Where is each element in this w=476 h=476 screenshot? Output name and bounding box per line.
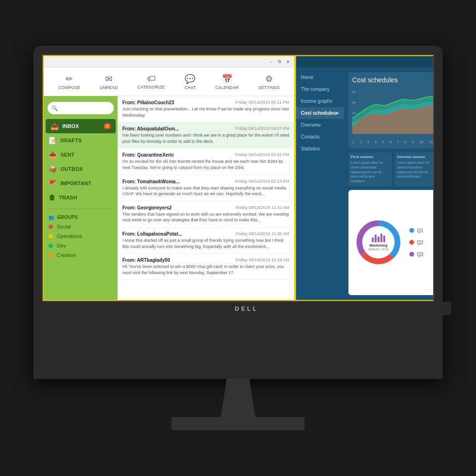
unread-icon: ✉ xyxy=(105,74,112,84)
chart-area: 60 40 20 0 xyxy=(352,87,434,139)
group-social[interactable]: Social xyxy=(44,222,118,231)
email-sidebar: 🔍 📥 INBOX 2 📝 DRAFTS � xyxy=(44,96,118,300)
calendar-button[interactable]: 📅 CALENDAR xyxy=(215,74,238,90)
settings-label: SETTINGS xyxy=(258,85,279,90)
trash-label: TRASH xyxy=(59,195,77,200)
q3-label: Q3 xyxy=(417,252,426,257)
seasons-section: First season Lorem ipsum dolor sit amet … xyxy=(348,152,434,186)
dash-nav-cost-chevron: ▶ xyxy=(336,111,339,115)
outbox-label: OUTBOX xyxy=(60,166,83,172)
minimize-button[interactable]: − xyxy=(268,59,274,65)
calendar-icon: 📅 xyxy=(222,74,232,84)
unread-button[interactable]: ✉ UNREAD xyxy=(100,74,118,90)
q2-dot xyxy=(409,240,414,245)
season-first-title: First season xyxy=(351,155,389,159)
sent-label: SENT xyxy=(60,152,74,158)
email-item[interactable]: From: PillalooCouch23 Friday 09/14/2019 … xyxy=(118,96,294,122)
svg-text:60: 60 xyxy=(352,90,356,94)
monitor: − ⧉ ✕ ✏ COMPOSE ✉ UNREAD 🏷 xyxy=(33,46,443,430)
sidebar-item-inbox[interactable]: 📥 INBOX 2 xyxy=(46,119,116,133)
group-creative[interactable]: Creative xyxy=(44,250,118,260)
email-preview: Just checking on that presentation... Le… xyxy=(122,106,289,118)
q1-label: Q1 xyxy=(417,228,426,233)
email-from: From: ARTbaglady00 xyxy=(122,258,170,263)
drafts-label: DRAFTS xyxy=(60,138,82,143)
dash-nav-company[interactable]: The company xyxy=(296,83,344,95)
dashboard-app: − ⧉ ✕ Home The company Income gra xyxy=(295,55,434,301)
dash-nav-income[interactable]: Income graphs xyxy=(296,95,344,107)
email-date: Friday 09/14/2019 10:18 AM xyxy=(236,258,289,263)
dash-nav-statistics[interactable]: Statistics xyxy=(296,143,344,155)
group-operations[interactable]: Operations xyxy=(44,231,118,241)
dash-nav-home[interactable]: Home xyxy=(296,71,344,83)
email-item[interactable]: From: QuarantineXeric Friday 09/14/2019 … xyxy=(118,149,294,175)
categorize-label: CATEGORIZE xyxy=(138,85,165,89)
dash-nav-cost-label: Cost schedules xyxy=(301,110,336,116)
dash-nav-contacts[interactable]: Contacts xyxy=(296,131,344,143)
group-dev[interactable]: Dev xyxy=(44,241,118,250)
inbox-icon: 📥 xyxy=(50,122,59,130)
email-from: From: AbsquatulatOsm... xyxy=(122,126,179,131)
groups-people-icon: 👥 xyxy=(49,215,54,220)
email-preview: I've been looking over numbers and I thi… xyxy=(122,132,289,144)
svg-text:20: 20 xyxy=(352,111,356,115)
email-preview: Hi! You've been selected to win a $500 V… xyxy=(122,264,289,276)
categorize-button[interactable]: 🏷 CATEGORIZE xyxy=(138,74,165,89)
email-date: Friday 09/14/2019 11:41 AM xyxy=(236,205,289,210)
email-item[interactable]: From: LollapaloosaPotat... Friday 09/14/… xyxy=(118,228,294,254)
q3-num1: 567 xyxy=(429,252,434,257)
email-body: 🔍 📥 INBOX 2 📝 DRAFTS � xyxy=(44,96,294,300)
svg-text:40: 40 xyxy=(352,101,356,104)
email-date: Friday 09/14/2019 02:13 PM xyxy=(235,179,289,184)
email-item[interactable]: From: Georgiemyers2 Friday 09/14/2019 11… xyxy=(118,201,294,228)
inbox-badge: 2 xyxy=(104,123,111,129)
compose-button[interactable]: ✏ COMPOSE xyxy=(59,74,80,90)
monitor-bottom: DELL xyxy=(42,302,451,315)
settings-button[interactable]: ⚙ SETTINGS xyxy=(258,74,279,90)
compose-icon: ✏ xyxy=(66,74,73,84)
creative-label: Creative xyxy=(57,252,76,258)
marketing-stats: Q1 315 4,677 Q2 221 5,788 xyxy=(409,227,434,258)
dash-main: Cost schedules xyxy=(344,68,434,300)
operations-label: Operations xyxy=(57,233,82,239)
email-date: Friday 09/14/2019 05:11 PM xyxy=(235,100,289,105)
chat-button[interactable]: 💬 CHAT xyxy=(184,74,196,90)
sidebar-item-trash[interactable]: 🗑 TRASH xyxy=(44,190,118,205)
email-item[interactable]: From: TomahawkWoma... Friday 09/14/2019 … xyxy=(118,175,294,201)
outbox-icon: 📦 xyxy=(49,165,57,173)
close-button[interactable]: ✕ xyxy=(285,59,291,65)
search-box[interactable]: 🔍 xyxy=(48,102,114,114)
cost-chart-title: Cost schedules xyxy=(352,76,434,84)
email-from: From: Georgiemyers2 xyxy=(122,205,172,210)
unread-label: UNREAD xyxy=(100,85,118,90)
cost-chart-section: Cost schedules xyxy=(348,72,434,149)
donut-bar-mini xyxy=(368,234,389,242)
email-preview: I know this started off as just a small … xyxy=(122,238,289,249)
sidebar-item-outbox[interactable]: 📦 OUTBOX xyxy=(44,162,118,176)
email-toolbar: ✏ COMPOSE ✉ UNREAD 🏷 CATEGORIZE 💬 CHAT xyxy=(44,68,294,96)
groups-label: GROUPS xyxy=(57,215,78,220)
dash-nav-statistics-label: Statistics xyxy=(301,146,320,151)
q1-dot xyxy=(409,228,414,233)
sidebar-item-sent[interactable]: 📤 SENT xyxy=(44,148,118,162)
dash-nav-contacts-label: Contacts xyxy=(301,134,319,139)
email-list[interactable]: From: PillalooCouch23 Friday 09/14/2019 … xyxy=(118,96,294,300)
email-item[interactable]: From: AbsquatulatOsm... Friday 09/14/201… xyxy=(118,122,294,149)
dash-nav-overview[interactable]: Overview xyxy=(296,119,344,131)
settings-icon: ⚙ xyxy=(265,74,273,84)
email-from: From: PillalooCouch23 xyxy=(122,100,174,105)
q2-num1: 221 xyxy=(429,240,434,245)
q2-label: Q2 xyxy=(417,240,426,245)
monitor-brand: DELL xyxy=(235,305,258,312)
social-label: Social xyxy=(57,224,71,229)
marketing-section: Marketing Website Visits Q1 315 xyxy=(348,190,434,295)
sidebar-item-important[interactable]: 🚩 IMPORTANT xyxy=(44,176,118,190)
sidebar-item-drafts[interactable]: 📝 DRAFTS xyxy=(44,133,118,148)
email-preview: I'm so excited for the ski trip! Barrett… xyxy=(122,159,289,170)
dash-nav-cost[interactable]: Cost schedules ▶ xyxy=(296,107,344,119)
email-preview: I already told everyone to make sure tha… xyxy=(122,185,289,197)
maximize-button[interactable]: ⧉ xyxy=(276,59,283,65)
important-icon: 🚩 xyxy=(49,179,57,187)
email-item[interactable]: From: ARTbaglady00 Friday 09/14/2019 10:… xyxy=(118,254,294,280)
season-second-text: Lorem ipsum dolor sit amet consectetur a… xyxy=(397,160,434,179)
